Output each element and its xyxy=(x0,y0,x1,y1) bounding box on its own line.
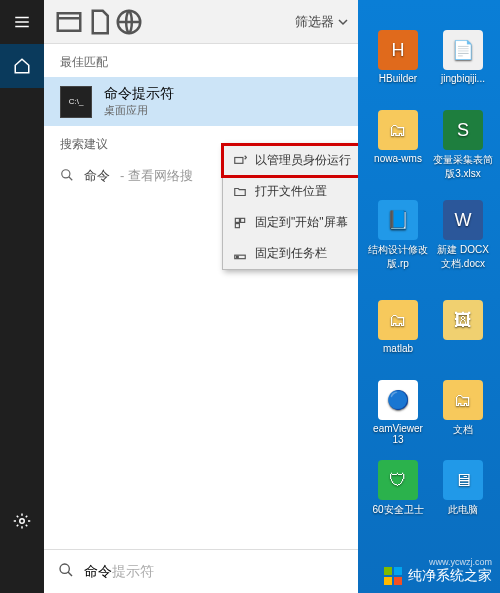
desktop-icon[interactable]: HHBuilder xyxy=(368,30,428,84)
menu-icon[interactable] xyxy=(0,0,44,44)
svg-rect-1 xyxy=(58,13,81,31)
svg-rect-4 xyxy=(235,157,243,163)
context-item-label: 以管理员身份运行 xyxy=(255,152,351,169)
best-match-item[interactable]: C:\_ 命令提示符 桌面应用 xyxy=(44,77,358,126)
best-match-subtitle: 桌面应用 xyxy=(104,103,174,118)
folder-icon xyxy=(233,185,247,199)
context-item-label: 固定到"开始"屏幕 xyxy=(255,214,348,231)
search-bar[interactable]: 命令提示符 xyxy=(44,549,358,593)
search-hint: 提示符 xyxy=(112,563,154,579)
pin-tile-icon xyxy=(233,216,247,230)
desktop-icon[interactable]: 🗂nowa-wms xyxy=(368,110,428,164)
desktop-icon[interactable]: 📘结构设计修改版.rp xyxy=(368,200,428,271)
best-match-title: 命令提示符 xyxy=(104,85,174,103)
watermark-logo-icon xyxy=(384,567,402,585)
search-results: 最佳匹配 C:\_ 命令提示符 桌面应用 搜索建议 命令 - 查看网络搜 以管理… xyxy=(44,44,358,549)
pin-taskbar-icon xyxy=(233,247,247,261)
chevron-down-icon xyxy=(338,17,348,27)
svg-point-0 xyxy=(20,519,25,524)
context-item-label: 打开文件位置 xyxy=(255,183,327,200)
search-icon xyxy=(60,168,74,185)
desktop-icon[interactable]: 🖥此电脑 xyxy=(433,460,493,517)
desktop-icon[interactable]: 🔵eamViewer 13 xyxy=(368,380,428,445)
window-icon[interactable] xyxy=(54,7,84,37)
cmd-icon: C:\_ xyxy=(60,86,92,118)
desktop-icon[interactable]: 📄jingbiqiji... xyxy=(433,30,493,84)
watermark: 纯净系统之家 xyxy=(384,567,492,585)
suggest-rest: - 查看网络搜 xyxy=(120,167,193,185)
svg-rect-5 xyxy=(235,218,239,222)
watermark-url: www.ycwzj.com xyxy=(429,557,492,567)
desktop-icon[interactable]: 🖼 xyxy=(433,300,493,343)
settings-icon[interactable] xyxy=(0,499,44,543)
context-menu: 以管理员身份运行 打开文件位置 固定到"开始"屏幕 固定到任务栏 xyxy=(222,144,358,270)
home-icon[interactable] xyxy=(0,44,44,88)
svg-point-10 xyxy=(60,564,69,573)
context-run-as-admin[interactable]: 以管理员身份运行 xyxy=(223,145,358,176)
svg-point-3 xyxy=(62,169,70,177)
context-pin-taskbar[interactable]: 固定到任务栏 xyxy=(223,238,358,269)
svg-rect-9 xyxy=(237,256,239,257)
watermark-text: 纯净系统之家 xyxy=(408,567,492,585)
desktop-icon[interactable]: W新建 DOCX 文档.docx xyxy=(433,200,493,271)
filter-label: 筛选器 xyxy=(295,13,334,31)
search-icon xyxy=(58,562,74,581)
best-match-label: 最佳匹配 xyxy=(44,44,358,77)
context-pin-start[interactable]: 固定到"开始"屏幕 xyxy=(223,207,358,238)
taskbar xyxy=(0,0,44,593)
svg-rect-7 xyxy=(235,223,239,227)
desktop-icon[interactable]: 🛡60安全卫士 xyxy=(368,460,428,517)
search-panel: 筛选器 最佳匹配 C:\_ 命令提示符 桌面应用 搜索建议 命令 - 查看网络搜… xyxy=(44,0,358,593)
filter-button[interactable]: 筛选器 xyxy=(295,13,348,31)
desktop-icon[interactable]: 🗂文档 xyxy=(433,380,493,437)
desktop-icon[interactable]: 🗂matlab xyxy=(368,300,428,354)
desktop: HHBuilder📄jingbiqiji...🗂nowa-wmsS变量采集表简版… xyxy=(358,0,500,593)
globe-icon[interactable] xyxy=(114,7,144,37)
context-item-label: 固定到任务栏 xyxy=(255,245,327,262)
search-header: 筛选器 xyxy=(44,0,358,44)
document-icon[interactable] xyxy=(84,7,114,37)
suggest-prefix: 命令 xyxy=(84,167,110,185)
search-typed: 命令 xyxy=(84,563,112,579)
desktop-icon[interactable]: S变量采集表简版3.xlsx xyxy=(433,110,493,181)
context-open-location[interactable]: 打开文件位置 xyxy=(223,176,358,207)
svg-rect-6 xyxy=(241,218,245,222)
admin-icon xyxy=(233,154,247,168)
